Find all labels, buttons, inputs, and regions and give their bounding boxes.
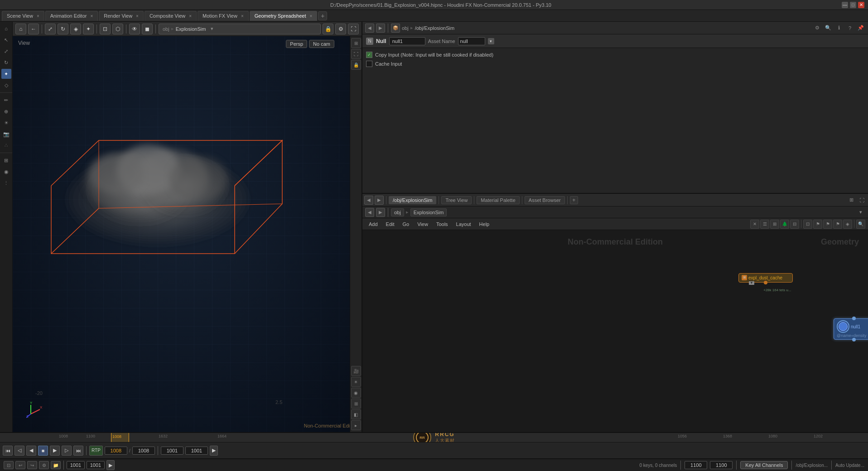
- net-tool-x[interactable]: ✕: [750, 220, 759, 229]
- tool-snap[interactable]: ⌂: [1, 24, 11, 34]
- net-tool-list[interactable]: ☰: [760, 220, 769, 229]
- vis-button[interactable]: 👁: [129, 24, 140, 34]
- net-tab-asset[interactable]: Asset Browser: [525, 196, 565, 204]
- tab-composite-view[interactable]: Composite View ×: [145, 11, 197, 21]
- status-redo-btn[interactable]: ↪: [27, 461, 37, 469]
- copy-input-checkbox[interactable]: [366, 52, 372, 58]
- tool-view[interactable]: ◉: [1, 167, 11, 177]
- minimize-button[interactable]: —: [842, 2, 848, 8]
- tab-close-icon[interactable]: ×: [189, 14, 192, 19]
- status-cook-btn[interactable]: ⚙: [39, 461, 49, 469]
- props-nav-fwd[interactable]: ▶: [376, 24, 385, 33]
- tc-realtime[interactable]: RTP: [89, 446, 103, 456]
- tool-scale[interactable]: ◇: [1, 80, 11, 90]
- tab-motion-fx[interactable]: Motion FX View ×: [198, 11, 249, 21]
- tool-move[interactable]: ✦: [1, 69, 11, 79]
- transform-button[interactable]: ⤢: [45, 24, 56, 34]
- handle-button[interactable]: ✦: [83, 24, 94, 34]
- snap-button[interactable]: ⊡: [100, 24, 111, 34]
- status-undo-btn[interactable]: ↩: [15, 461, 25, 469]
- net-tab-material[interactable]: Material Palette: [477, 196, 519, 204]
- menu-layout[interactable]: Layout: [453, 221, 475, 228]
- tab-geometry-spreadsheet[interactable]: Geometry Spreadsheet ×: [250, 11, 318, 21]
- props-nav-back[interactable]: ◀: [365, 24, 374, 33]
- tab-add-button[interactable]: +: [318, 11, 327, 20]
- tab-close-icon[interactable]: ×: [37, 14, 39, 19]
- path-dropdown-icon[interactable]: ▾: [207, 24, 217, 34]
- frame-end[interactable]: [185, 447, 208, 455]
- side-tool-more[interactable]: ▸: [351, 420, 361, 430]
- props-gear-icon[interactable]: ⚙: [813, 24, 822, 33]
- net-path-sim[interactable]: ExplosionSim: [410, 208, 447, 216]
- net-tool-flag3[interactable]: ⚑: [833, 220, 842, 229]
- frame-counter-1[interactable]: [685, 461, 707, 469]
- net-path-obj[interactable]: obj: [391, 208, 404, 216]
- status-frame-2[interactable]: [87, 461, 105, 469]
- net-tool-detail[interactable]: ⊟: [790, 220, 799, 229]
- props-search-icon[interactable]: 🔍: [824, 24, 833, 33]
- net-path-back[interactable]: ◀: [365, 208, 374, 217]
- tab-close-icon[interactable]: ×: [309, 14, 312, 19]
- frame-input[interactable]: [105, 447, 127, 455]
- net-tool-snap[interactable]: ⊡: [803, 220, 812, 229]
- status-snap-btn[interactable]: ⊡: [4, 461, 14, 469]
- side-tool-cam[interactable]: 🎥: [351, 366, 361, 376]
- rotate-button[interactable]: ↻: [58, 24, 68, 34]
- tool-particle[interactable]: ∴: [1, 140, 11, 150]
- menu-view[interactable]: View: [414, 221, 432, 228]
- side-tool-2[interactable]: ⛶: [351, 49, 361, 59]
- key-all-channels-button[interactable]: Key All Channels: [740, 461, 788, 469]
- tool-camera[interactable]: 📷: [1, 129, 11, 139]
- status-path-btn[interactable]: 📁: [51, 461, 61, 469]
- net-path-dropdown[interactable]: ▾: [856, 208, 865, 217]
- menu-tools[interactable]: Tools: [433, 221, 452, 228]
- tab-close-icon[interactable]: ×: [241, 14, 244, 19]
- net-grid-icon[interactable]: ⊞: [847, 196, 856, 205]
- net-tool-tree[interactable]: 🌲: [780, 220, 789, 229]
- net-tab-path[interactable]: /obj/ExplosionSim: [389, 196, 436, 204]
- net-nav-back[interactable]: ◀: [364, 196, 373, 205]
- scale-button[interactable]: ◈: [70, 24, 81, 34]
- menu-edit[interactable]: Edit: [382, 221, 398, 228]
- maximize-button[interactable]: □: [850, 2, 856, 8]
- asset-name-input[interactable]: [458, 37, 485, 45]
- frame-display[interactable]: [132, 447, 155, 455]
- tc-next-button[interactable]: ▷: [62, 446, 72, 456]
- tab-render-view[interactable]: Render View ×: [99, 11, 144, 21]
- node-small-1[interactable]: ▼: [749, 281, 754, 285]
- node-null1[interactable]: null1 @name=density: [834, 318, 868, 340]
- viewport-3d[interactable]: 2.5 -20 View Persp No cam Non-Commercial…: [13, 36, 362, 432]
- tc-forward-btn[interactable]: ▶: [210, 446, 218, 456]
- tool-select[interactable]: ↖: [1, 35, 11, 45]
- tab-scene-view[interactable]: Scene View ×: [2, 11, 44, 21]
- lock-btn[interactable]: 🔒: [323, 24, 333, 34]
- props-help-icon[interactable]: ?: [845, 24, 854, 33]
- tc-play-rev-button[interactable]: ◀: [26, 446, 36, 456]
- tool-edit[interactable]: ⊕: [1, 106, 11, 116]
- path-bar[interactable]: obj ▸ ExplosionSim ▾: [159, 24, 321, 34]
- net-search-icon[interactable]: 🔍: [856, 220, 865, 229]
- net-tool-flag4[interactable]: ◈: [843, 220, 852, 229]
- side-tool-3[interactable]: 🔒: [351, 60, 361, 70]
- no-cam-button[interactable]: No cam: [309, 40, 334, 48]
- status-go-btn[interactable]: ▶: [106, 460, 115, 470]
- menu-go[interactable]: Go: [399, 221, 413, 228]
- menu-help[interactable]: Help: [476, 221, 493, 228]
- persp-button[interactable]: Persp: [286, 40, 307, 48]
- settings-btn[interactable]: ⚙: [335, 24, 346, 34]
- net-tool-flag2[interactable]: ⚑: [823, 220, 832, 229]
- node-name-input[interactable]: [389, 37, 425, 45]
- tab-close-icon[interactable]: ×: [90, 14, 93, 19]
- tool-rotate[interactable]: ↻: [1, 58, 11, 67]
- tool-transform[interactable]: ⤢: [1, 46, 11, 56]
- geo-button[interactable]: ⬡: [112, 24, 123, 34]
- tool-group[interactable]: ⊞: [1, 155, 11, 165]
- frame-counter-2[interactable]: [710, 461, 733, 469]
- close-button[interactable]: ✕: [858, 2, 864, 8]
- net-path-fwd[interactable]: ▶: [376, 208, 385, 217]
- side-tool-bg[interactable]: ◧: [351, 409, 361, 419]
- net-expand-icon[interactable]: ⛶: [857, 196, 866, 205]
- tab-animation-editor[interactable]: Animation Editor ×: [45, 11, 98, 21]
- tab-close-icon[interactable]: ×: [136, 14, 139, 19]
- tc-start-button[interactable]: ⏮: [3, 446, 13, 456]
